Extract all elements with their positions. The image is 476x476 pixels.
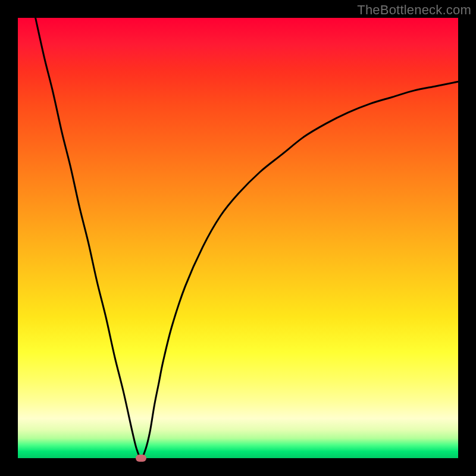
plot-area — [18, 18, 458, 458]
min-marker — [136, 455, 146, 462]
bottleneck-curve-path — [36, 18, 458, 458]
watermark-text: TheBottleneck.com — [357, 2, 471, 18]
curve-svg — [18, 18, 458, 458]
chart-frame: TheBottleneck.com — [0, 0, 476, 476]
